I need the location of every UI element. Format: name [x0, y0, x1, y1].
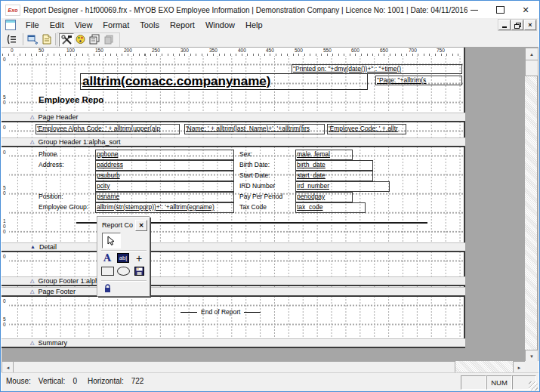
band-triangle-icon: △ — [30, 288, 34, 295]
mdi-restore-icon — [514, 23, 520, 28]
mouse-position-status: Mouse: Vertical: 0 Horizontal: 722 — [6, 377, 151, 385]
menu-tools[interactable]: Tools — [134, 18, 165, 32]
company-name-field[interactable]: alltrim(comacc.companyname) — [80, 73, 368, 90]
sex-label[interactable]: Sex: — [239, 150, 252, 159]
mdi-restore-button[interactable] — [511, 20, 523, 30]
mdi-document-icon[interactable] — [5, 20, 16, 30]
band-strip-summary[interactable]: △ Summary — [2, 338, 465, 348]
ird-number-field[interactable]: ird_number — [295, 181, 390, 192]
ruler-tick: 500 — [295, 48, 303, 53]
start-date-label[interactable]: Start Date: — [239, 171, 270, 180]
pphone-field[interactable]: pphone — [95, 150, 234, 160]
line-tool[interactable]: + — [132, 252, 146, 264]
page-setup-button[interactable] — [40, 33, 54, 45]
employee-name-field[interactable]: 'Name: ' + alltrim(last_Name)+', '+alltr… — [184, 124, 325, 134]
mouse-label: Mouse: — [6, 377, 31, 385]
menu-file[interactable]: File — [20, 18, 45, 32]
paddress-field[interactable]: paddress — [95, 160, 234, 171]
ruler-tick: 200 — [124, 48, 132, 53]
menu-edit[interactable]: Edit — [45, 18, 69, 32]
phone-label[interactable]: Phone — [39, 150, 57, 159]
male-female-field[interactable]: male_femal — [295, 150, 353, 160]
periodpay-field[interactable]: periodpay — [295, 192, 353, 202]
surface-right-edge — [464, 48, 465, 348]
vruler-number: 5 — [3, 94, 6, 100]
scroll-up-button[interactable]: ▲ — [525, 48, 538, 60]
band-triangle-icon: △ — [30, 277, 34, 285]
menu-format[interactable]: Format — [97, 18, 134, 32]
band-strip-page-footer[interactable]: △ Page Footer — [2, 287, 465, 297]
ruler-tick: 550 — [323, 48, 332, 53]
resize-grip[interactable] — [529, 381, 538, 390]
start-date-field[interactable]: start_date — [295, 171, 373, 181]
data-environment-button[interactable] — [26, 33, 40, 45]
menu-bar: File Edit View Format Tools Report Windo… — [2, 18, 538, 32]
toolbar-separator — [55, 33, 56, 45]
psname-field[interactable]: psname — [95, 192, 234, 202]
button-lock-tool[interactable] — [100, 282, 114, 294]
menu-report[interactable]: Report — [165, 18, 200, 32]
vertical-label: Vertical: — [39, 377, 66, 385]
palette-separator — [101, 280, 147, 282]
picture-ole-tool[interactable] — [132, 265, 146, 276]
report-designer-window: Exo Report Designer - h1f00069.frx - MYO… — [0, 0, 540, 392]
palette-close-button[interactable]: ✕ — [135, 220, 147, 231]
band-strip-page-header[interactable]: △ Page Header — [2, 113, 465, 122]
psuburb-field[interactable]: psuburb — [95, 171, 234, 181]
preview-button-disabled[interactable] — [102, 33, 116, 45]
color-palette-toolbar-button[interactable] — [73, 33, 87, 45]
band-strip-group-footer[interactable]: △ Group Footer 1:alpha_sort — [2, 276, 465, 286]
birth-date-label[interactable]: Birth Date: — [239, 161, 270, 169]
ruler-tick: 100 — [66, 48, 75, 53]
ird-number-label[interactable]: IRD Number — [239, 182, 275, 190]
vruler-number: 0 — [3, 224, 6, 229]
report-controls-toolbar-button[interactable] — [59, 33, 74, 47]
pcity-field[interactable]: pcity — [95, 181, 234, 192]
minimize-button[interactable] — [461, 2, 487, 18]
employee-code-field[interactable]: 'Employee Code: ' + alltr — [327, 124, 406, 134]
vruler-number: 0 — [3, 125, 6, 130]
menu-help[interactable]: Help — [240, 18, 268, 32]
vertical-scrollbar[interactable] — [525, 48, 537, 361]
vruler-number: 1 — [3, 218, 6, 224]
address-label[interactable]: Address: — [39, 161, 64, 169]
layout-pages-icon — [89, 34, 100, 45]
band-strip-detail[interactable]: ▲ Detail — [2, 242, 465, 252]
palette-separator — [101, 250, 147, 252]
layout-toolbar-button[interactable] — [88, 33, 101, 45]
rectangle-tool[interactable] — [100, 265, 114, 276]
palette-title-bar[interactable]: Report Co ✕ — [100, 220, 147, 230]
hammer-wrench-icon — [61, 35, 73, 45]
vertical-scroll-thumb[interactable] — [525, 60, 538, 76]
menu-window[interactable]: Window — [200, 18, 240, 32]
page-number-field[interactable]: "Page: "+alltrim(s — [375, 76, 462, 85]
position-label[interactable]: Position: — [39, 193, 63, 201]
select-objects-tool[interactable] — [102, 233, 121, 248]
end-of-report-object[interactable]: End of Report — [181, 308, 261, 316]
vruler-number: 0 — [3, 229, 6, 234]
report-title-label[interactable]: Employee Repo — [39, 96, 103, 104]
ruler-tick: 700 — [409, 48, 417, 53]
band-strip-group-header[interactable]: △ Group Header 1:alpha_sort — [2, 137, 465, 147]
mdi-close-button[interactable]: × — [524, 20, 536, 30]
employee-group-label[interactable]: Employee Group: — [39, 203, 88, 211]
maximize-button[interactable] — [487, 2, 513, 18]
employee-group-field[interactable]: alltrim(str(stempgrp))+': '+alltrim(egna… — [95, 202, 234, 213]
field-tool[interactable]: ab| — [116, 252, 130, 264]
close-button[interactable]: ✕ — [513, 2, 538, 18]
label-tool[interactable]: A — [100, 252, 114, 264]
vruler-number: 0 — [3, 100, 6, 105]
menu-view[interactable]: View — [69, 18, 98, 32]
data-grouping-button[interactable] — [5, 33, 18, 45]
scrollbar-corner — [525, 361, 538, 372]
rounded-rectangle-tool[interactable] — [116, 265, 130, 276]
tax-code-label[interactable]: Tax Code — [239, 203, 267, 211]
employee-alpha-code-field[interactable]: 'Employee Alpha Code: ' + alltrim(upper(… — [35, 124, 180, 134]
tax-code-field[interactable]: tax_code — [295, 202, 366, 213]
end-of-report-left-dash — [181, 312, 197, 313]
mdi-minimize-button[interactable] — [498, 20, 511, 30]
data-grouping-icon — [5, 34, 17, 45]
birth-date-field[interactable]: birth_date — [295, 160, 373, 171]
ruler-tick: 50 — [39, 48, 44, 53]
pay-per-period-label[interactable]: Pay Per Period — [239, 193, 282, 201]
